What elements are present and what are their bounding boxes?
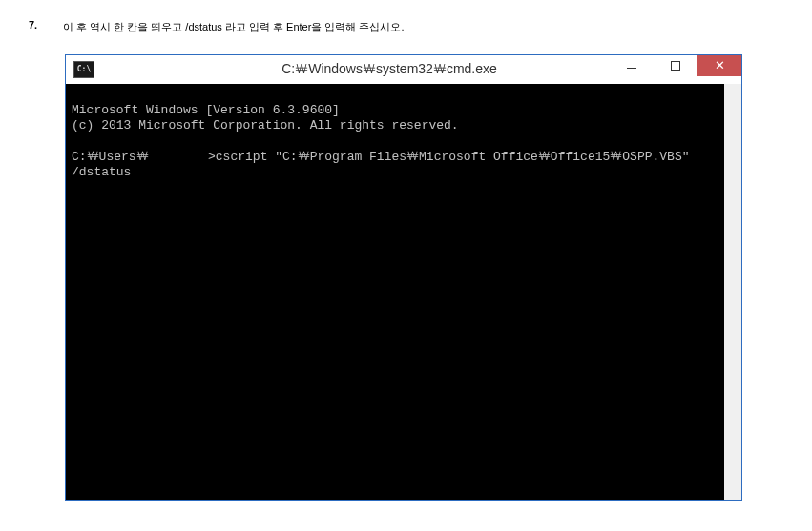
- cmd-icon: C:\: [73, 61, 94, 78]
- titlebar[interactable]: C:\ C:￦Windows￦system32￦cmd.exe ✕: [66, 55, 741, 84]
- maximize-icon: [671, 61, 680, 71]
- scrollbar[interactable]: [724, 84, 741, 500]
- close-icon: ✕: [715, 59, 725, 71]
- cmd-window: C:\ C:￦Windows￦system32￦cmd.exe ✕ Micros…: [65, 54, 742, 501]
- instruction-row: 7. 이 후 역시 한 칸을 띄우고 /dstatus 라고 입력 후 Ente…: [29, 19, 783, 35]
- terminal-line: /dstatus: [72, 165, 131, 179]
- terminal-line: Microsoft Windows [Version 6.3.9600]: [72, 103, 340, 117]
- terminal-output[interactable]: Microsoft Windows [Version 6.3.9600] (c)…: [66, 84, 741, 500]
- maximize-button[interactable]: [654, 55, 697, 76]
- terminal-line: C:￦Users￦ >cscript "C:￦Program Files￦Mic…: [72, 150, 690, 164]
- minimize-icon: [627, 68, 636, 69]
- close-button[interactable]: ✕: [697, 55, 741, 76]
- terminal-line: (c) 2013 Microsoft Corporation. All righ…: [72, 118, 459, 133]
- minimize-button[interactable]: [610, 55, 654, 76]
- cmd-icon-text: C:\: [77, 65, 91, 73]
- step-number: 7.: [29, 19, 46, 35]
- window-controls: ✕: [610, 55, 741, 76]
- instruction-text: 이 후 역시 한 칸을 띄우고 /dstatus 라고 입력 후 Enter을 …: [63, 19, 405, 35]
